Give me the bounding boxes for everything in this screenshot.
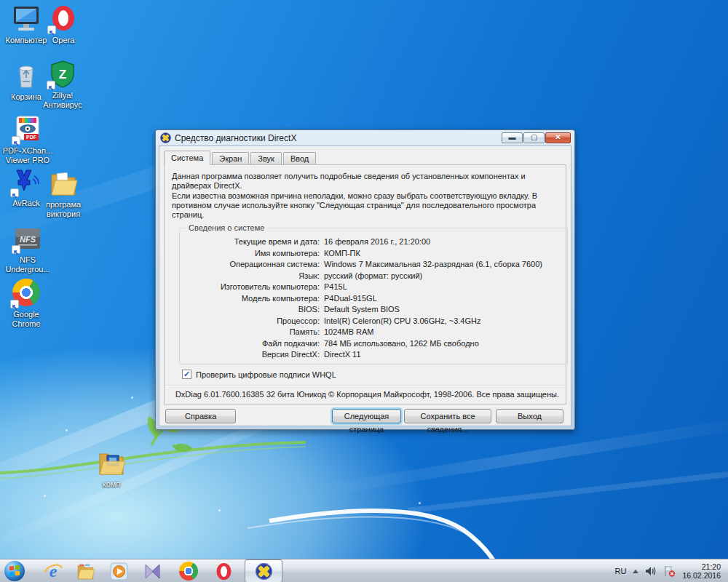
windows-explorer-icon bbox=[76, 562, 95, 581]
internet-explorer-icon: e bbox=[44, 562, 63, 581]
tab-sound[interactable]: Звук bbox=[250, 152, 282, 164]
taskbar-explorer[interactable] bbox=[76, 562, 95, 581]
taskbar-ie[interactable]: e bbox=[44, 562, 63, 581]
sparkle bbox=[419, 502, 421, 504]
language-indicator[interactable]: RU bbox=[615, 567, 627, 575]
taskbar: e bbox=[0, 559, 728, 582]
sparkle bbox=[44, 495, 46, 497]
whql-checkbox-row[interactable]: ✓ Проверить цифровые подписи WHQL bbox=[182, 370, 336, 379]
info-row: Текущие время и дата:16 февраля 2016 г.,… bbox=[183, 236, 564, 248]
info-row: Язык:русский (формат: русский) bbox=[183, 271, 564, 282]
action-center-flag-icon[interactable] bbox=[663, 565, 676, 577]
info-row: Операционная система:Windows 7 Максималь… bbox=[183, 259, 564, 271]
desktop: Компьютер Opera Корзина Z bbox=[0, 0, 728, 582]
taskbar-dxdiag-active[interactable] bbox=[245, 559, 282, 582]
groupbox-title: Сведения о системе bbox=[186, 223, 267, 232]
shortcut-arrow-icon bbox=[10, 300, 19, 308]
icon-label: PDF-XChan... Viewer PRO bbox=[0, 146, 55, 165]
taskbar-chrome[interactable] bbox=[179, 562, 199, 581]
window-title: Средство диагностики DirectX bbox=[175, 133, 296, 143]
icon-label: Opera bbox=[40, 36, 87, 45]
taskbar-opera[interactable] bbox=[214, 562, 234, 581]
exit-button[interactable]: Выход bbox=[496, 409, 563, 423]
desktop-icon-folder-programa[interactable]: програма виктория bbox=[38, 169, 89, 219]
chrome-icon bbox=[179, 562, 198, 581]
start-orb-icon bbox=[4, 561, 25, 581]
sparkle bbox=[175, 444, 177, 446]
help-button[interactable]: Справка bbox=[165, 409, 236, 423]
shortcut-arrow-icon bbox=[12, 245, 20, 254]
info-label: Версия DirectX: bbox=[183, 349, 320, 361]
minimize-button[interactable]: ▬ bbox=[502, 132, 523, 143]
checkbox-label: Проверить цифровые подписи WHQL bbox=[196, 370, 336, 379]
system-info-groupbox: Сведения о системе Текущие время и дата:… bbox=[179, 228, 568, 364]
info-value: 16 февраля 2016 г., 21:20:00 bbox=[324, 236, 430, 248]
close-button[interactable]: ✕ bbox=[545, 132, 571, 143]
desktop-icon-chrome[interactable]: Google Chrome bbox=[0, 278, 52, 329]
info-value: Default System BIOS bbox=[324, 304, 400, 316]
info-row: Изготовитель компьютера:P415L bbox=[183, 282, 564, 293]
desktop-icon-nfs[interactable]: NFS NFS Undergrou... bbox=[0, 224, 55, 274]
desktop-icon-folder-komp[interactable]: комп bbox=[89, 448, 134, 489]
info-label: Модель компьютера: bbox=[183, 293, 320, 305]
tab-strip: Система Экран Звук Ввод bbox=[164, 152, 317, 165]
media-player-icon bbox=[109, 562, 129, 581]
info-value: P415L bbox=[324, 282, 347, 293]
info-label: Изготовитель компьютера: bbox=[183, 282, 320, 293]
info-value: Intel(R) Celeron(R) CPU 3.06GHz, ~3.4GHz bbox=[324, 316, 480, 327]
info-row: Процессор:Intel(R) Celeron(R) CPU 3.06GH… bbox=[183, 316, 564, 327]
shortcut-arrow-icon bbox=[10, 188, 19, 197]
info-label: BIOS: bbox=[183, 304, 320, 316]
desktop-icon-pdf-xchange[interactable]: PDF PDF-XChan... Viewer PRO bbox=[0, 115, 55, 165]
tray-date: 16.02.2016 bbox=[682, 571, 721, 580]
icon-label: NFS Undergrou... bbox=[0, 255, 55, 274]
maximize-button[interactable]: ▢ bbox=[523, 132, 545, 143]
info-label: Процессор: bbox=[183, 316, 320, 327]
info-value: P4Dual-915GL bbox=[324, 293, 377, 305]
icon-label: Google Chrome bbox=[0, 310, 52, 329]
icon-label: програма виктория bbox=[38, 200, 89, 219]
sparkle bbox=[131, 396, 133, 399]
recycle-bin-icon bbox=[11, 61, 41, 90]
dxdiag-app-icon bbox=[160, 132, 171, 143]
sparkle bbox=[66, 429, 68, 431]
volume-icon[interactable] bbox=[645, 566, 657, 576]
info-row: Имя компьютера:КОМП-ПК bbox=[183, 248, 564, 260]
desktop-icon-opera[interactable]: Opera bbox=[40, 4, 87, 45]
tray-time: 21:20 bbox=[682, 562, 721, 571]
desktop-icon-zillya[interactable]: Z Zillya! Антивирус bbox=[38, 60, 87, 110]
title-bar[interactable]: Средство диагностики DirectX ▬ ▢ ✕ bbox=[156, 130, 574, 146]
svg-text:Z: Z bbox=[59, 68, 66, 81]
dxdiag-icon bbox=[255, 562, 273, 581]
info-value: 1024MB RAM bbox=[324, 327, 373, 338]
info-label: Язык: bbox=[183, 271, 320, 282]
shortcut-arrow-icon bbox=[47, 25, 56, 34]
icon-label: Zillya! Антивирус bbox=[38, 91, 87, 110]
taskbar-kmplayer[interactable] bbox=[143, 562, 162, 581]
tab-input[interactable]: Ввод bbox=[283, 152, 316, 164]
tray-clock[interactable]: 21:20 16.02.2016 bbox=[682, 562, 721, 580]
kmplayer-icon bbox=[143, 562, 162, 581]
info-label: Операционная система: bbox=[183, 259, 320, 271]
system-tray: RU 21:20 16.02.2016 bbox=[615, 559, 728, 582]
info-row: BIOS:Default System BIOS bbox=[183, 304, 564, 316]
separator bbox=[165, 385, 565, 386]
show-hidden-icons-arrow[interactable] bbox=[633, 570, 638, 573]
info-value: DirectX 11 bbox=[324, 349, 361, 361]
icon-label: комп bbox=[89, 479, 134, 489]
sparkle bbox=[218, 509, 221, 511]
taskbar-wmp[interactable] bbox=[109, 562, 129, 581]
info-row: Память:1024MB RAM bbox=[183, 327, 564, 338]
tab-system[interactable]: Система bbox=[164, 151, 210, 165]
computer-icon bbox=[11, 4, 41, 33]
start-button[interactable] bbox=[4, 561, 25, 581]
save-all-button[interactable]: Сохранить все сведения... bbox=[404, 409, 491, 423]
next-page-button[interactable]: Следующая страница bbox=[332, 409, 401, 423]
folder-icon bbox=[96, 448, 127, 477]
shortcut-arrow-icon bbox=[12, 136, 20, 145]
checkbox-icon[interactable]: ✓ bbox=[182, 370, 191, 379]
info-value: КОМП-ПК bbox=[324, 248, 360, 260]
window-body: Система Экран Звук Ввод Данная программа… bbox=[159, 146, 571, 426]
tab-display[interactable]: Экран bbox=[212, 152, 249, 164]
dxdiag-window: Средство диагностики DirectX ▬ ▢ ✕ Систе… bbox=[155, 129, 575, 430]
